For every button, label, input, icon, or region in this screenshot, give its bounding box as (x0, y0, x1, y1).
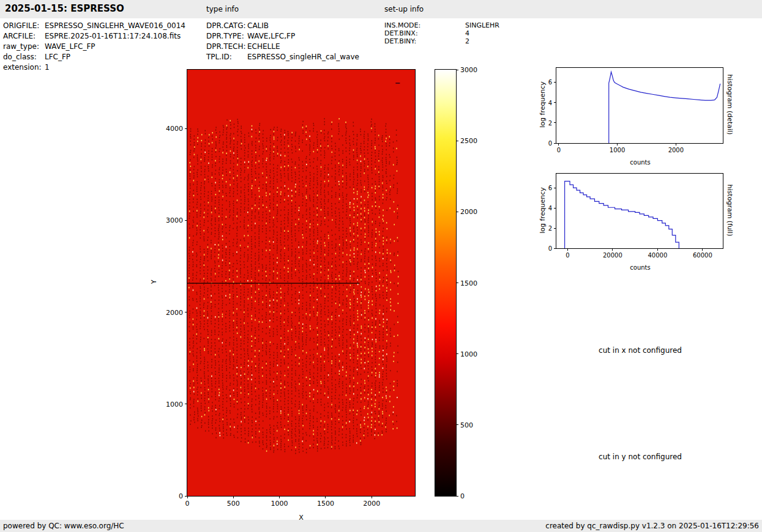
tick-label: 2 (515, 119, 552, 126)
info-label: ARCFILE: (3, 31, 45, 42)
tick-mark (558, 143, 559, 146)
tick-mark (554, 82, 556, 83)
tick-mark (612, 248, 613, 251)
cut-y-message: cut in y not configured (599, 453, 682, 461)
info-row: INS.MODE:SINGLEHR (384, 21, 499, 29)
tick-mark (567, 248, 568, 251)
info-label: DET.BINX: (384, 29, 465, 37)
info-value: LFC_FP (45, 53, 70, 61)
tick-label: 500 (460, 421, 473, 429)
info-row: ORIGFILE:ESPRESSO_SINGLEHR_WAVE016_0014 (3, 21, 185, 31)
tick-mark (456, 353, 458, 354)
info-value: ESPRESSO_singleHR_cal_wave (247, 53, 359, 61)
qc-report-page: 2025-01-15: ESPRESSO type info set-up in… (0, 0, 762, 532)
tick-mark (187, 496, 188, 498)
tick-mark (617, 143, 618, 146)
tick-label: 60000 (693, 252, 712, 259)
info-row: TPL.ID:ESPRESSO_singleHR_cal_wave (206, 52, 359, 62)
info-value: SINGLEHR (465, 21, 499, 29)
info-row: DPR.CATG:CALIB (206, 21, 359, 31)
info-label: INS.MODE: (384, 21, 465, 29)
tick-mark (554, 143, 556, 144)
tick-mark (185, 496, 187, 497)
info-label: DPR.CATG: (206, 21, 247, 31)
tick-mark (456, 70, 458, 70)
tick-mark (554, 188, 556, 188)
info-row: extension:1 (3, 62, 185, 73)
tick-mark (657, 248, 658, 251)
info-value: CALIB (247, 21, 269, 30)
tick-label: 1000 (271, 500, 288, 508)
tick-label: 2000 (146, 308, 183, 316)
tick-mark (456, 141, 458, 141)
info-label: extension: (3, 62, 45, 73)
footer-bar: powered by QC: www.eso.org/HC created by… (0, 520, 762, 532)
info-value: 2 (465, 37, 469, 45)
info-value: ECHELLE (247, 42, 280, 51)
tick-label: 1000 (146, 400, 183, 408)
tick-mark (554, 208, 556, 209)
info-label: raw_type: (3, 42, 45, 52)
type-info-block: DPR.CATG:CALIBDPR.TYPE:WAVE,LFC,FPDPR.TE… (206, 21, 359, 62)
tick-label: 20000 (603, 252, 622, 259)
tick-label: 2000 (668, 147, 684, 153)
histogram-detail-curve (556, 68, 723, 143)
tick-mark (185, 404, 187, 404)
info-label: DPR.TECH: (206, 42, 247, 52)
info-row: do_class:LFC_FP (3, 52, 185, 62)
tick-label: 2500 (460, 137, 477, 145)
tick-label: 6 (515, 79, 552, 86)
info-row: DET.BINY:2 (384, 37, 499, 45)
info-label: do_class: (3, 52, 45, 62)
setup-info-block: INS.MODE:SINGLEHRDET.BINX:4DET.BINY:2 (384, 21, 499, 45)
tick-label: 500 (227, 500, 240, 508)
histogram-detail-plot (556, 67, 723, 144)
tick-mark (325, 496, 326, 498)
info-row: DET.BINX:4 (384, 29, 499, 37)
tick-label: 2000 (460, 208, 477, 216)
info-value: ESPRESSO_SINGLEHR_WAVE016_0014 (45, 21, 185, 30)
histogram-detail-right-label: histogram (detail) (726, 75, 734, 135)
tick-label: 4000 (146, 125, 183, 133)
tick-label: 0 (460, 492, 465, 500)
histogram-full-right-label: histogram (full) (726, 185, 734, 237)
tick-label: 4 (515, 99, 552, 106)
tick-mark (456, 496, 458, 497)
tick-mark (554, 248, 556, 249)
tick-mark (554, 102, 556, 103)
tick-label: 6 (515, 185, 552, 191)
setup-info-heading: set-up info (384, 5, 424, 13)
footer-credit: powered by QC: www.eso.org/HC (3, 522, 124, 530)
tick-label: 40000 (648, 252, 667, 259)
histogram-detail-xlabel: counts (630, 159, 650, 166)
colorbar (435, 69, 457, 497)
tick-label: 1500 (317, 500, 334, 508)
cut-x-message: cut in x not configured (599, 346, 682, 355)
raw-frame-plot (187, 69, 416, 497)
tick-mark (372, 496, 372, 498)
info-value: WAVE_LFC_FP (45, 42, 95, 51)
tick-mark (185, 128, 187, 129)
tick-label: 0 (146, 492, 183, 500)
info-label: ORIGFILE: (3, 21, 45, 31)
file-info-block: ORIGFILE:ESPRESSO_SINGLEHR_WAVE016_0014A… (3, 21, 185, 73)
tick-mark (279, 496, 280, 498)
info-value: 1 (45, 63, 50, 72)
header-bar: 2025-01-15: ESPRESSO type info set-up in… (0, 0, 762, 18)
info-row: raw_type:WAVE_LFC_FP (3, 42, 185, 52)
histogram-full-xlabel: counts (630, 264, 650, 271)
info-label: TPL.ID: (206, 52, 247, 62)
tick-mark (456, 283, 458, 283)
footer-created: created by qc_rawdisp.py v1.2.3 on 2025-… (545, 522, 759, 530)
info-label: DPR.TYPE: (206, 31, 247, 42)
tick-label: 0 (566, 252, 569, 259)
tick-label: 3000 (146, 216, 183, 224)
info-row: ARCFILE:ESPRE.2025-01-16T11:17:24.108.fi… (3, 31, 185, 42)
tick-mark (456, 212, 458, 212)
tick-label: 1000 (610, 147, 625, 153)
page-title: 2025-01-15: ESPRESSO (5, 3, 124, 14)
info-value: 4 (465, 29, 469, 37)
histogram-full-plot (556, 173, 723, 249)
tick-label: 0 (515, 245, 552, 252)
tick-label: 0 (557, 147, 561, 153)
